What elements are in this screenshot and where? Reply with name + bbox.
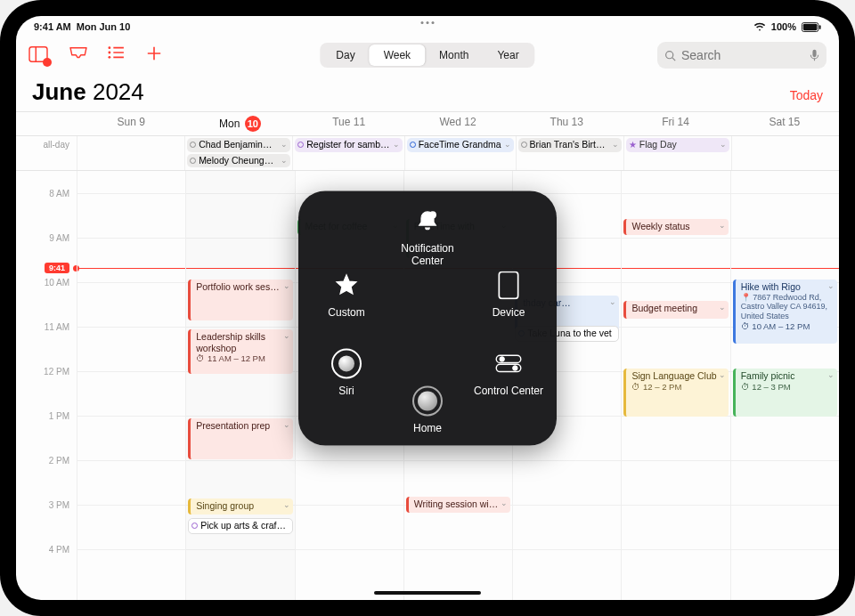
allday-cell[interactable]: [731, 136, 839, 170]
allday-event[interactable]: Brian Tran's Birt…⌄: [518, 138, 622, 152]
day-header-tue[interactable]: Tue 11: [295, 112, 403, 135]
star-icon: ★: [629, 139, 637, 150]
add-icon[interactable]: [146, 45, 166, 65]
hour-label: 3 PM: [49, 500, 69, 510]
svg-rect-15: [812, 49, 816, 56]
now-time-badge: 9:41: [45, 263, 69, 273]
mic-icon[interactable]: [810, 49, 819, 62]
at-control-center[interactable]: Control Center: [473, 345, 544, 397]
allday-event[interactable]: FaceTime Grandma⌄: [407, 138, 514, 152]
day-header-sat[interactable]: Sat 15: [730, 112, 839, 135]
chevron-down-icon: ⌄: [283, 331, 290, 341]
svg-line-14: [672, 57, 675, 60]
status-time: 9:41 AM: [34, 21, 71, 32]
today-dot: 10: [245, 116, 261, 132]
view-week[interactable]: Week: [370, 45, 425, 66]
toolbar: Day Week Month Year: [16, 36, 839, 75]
event-chip[interactable]: Pick up arts & craf…: [188, 518, 292, 534]
device-icon: [491, 267, 526, 303]
at-home[interactable]: Home: [392, 383, 463, 434]
calendar-event[interactable]: ⌄Writing session wi…: [406, 497, 510, 513]
allday-cell[interactable]: FaceTime Grandma⌄: [404, 136, 516, 170]
allday-row: all-day Chad Benjamin…⌄Melody Cheung…⌄Re…: [16, 135, 839, 171]
chevron-down-icon: ⌄: [719, 370, 726, 380]
chevron-down-icon: ⌄: [827, 370, 835, 380]
screen: 9:41 AM Mon Jun 10 100%: [16, 16, 839, 600]
wifi-icon: [753, 22, 766, 32]
calendar-event[interactable]: ⌄Portfolio work ses…: [188, 280, 292, 320]
search-field[interactable]: [657, 42, 826, 69]
allday-cell[interactable]: Chad Benjamin…⌄Melody Cheung…⌄: [184, 136, 292, 170]
calendar-event[interactable]: ⌄Budget meeting: [623, 301, 728, 319]
allday-cell[interactable]: Register for samb…⌄: [292, 136, 403, 170]
calendar-event[interactable]: ⌄Presentation prep: [188, 418, 292, 459]
ipad-bezel: 9:41 AM Mon Jun 10 100%: [0, 0, 855, 616]
chevron-down-icon: ⌄: [283, 420, 290, 430]
title-month: June: [32, 78, 86, 105]
day-header-fri[interactable]: Fri 14: [621, 112, 729, 135]
svg-point-21: [513, 366, 518, 371]
hour-label: 8 AM: [49, 189, 69, 199]
calendar-event[interactable]: ⌄Weekly status: [623, 219, 728, 235]
month-year-title: June 2024: [32, 78, 144, 106]
chevron-down-icon: ⌄: [827, 281, 835, 291]
hour-label: 12 PM: [44, 367, 69, 377]
calendar-sidebar-icon[interactable]: [28, 45, 48, 65]
view-year[interactable]: Year: [483, 45, 533, 66]
allday-label: all-day: [16, 140, 77, 150]
today-button[interactable]: Today: [790, 88, 823, 102]
status-date: Mon Jun 10: [77, 21, 131, 32]
svg-rect-1: [803, 23, 818, 29]
at-notification-center[interactable]: Notification Center: [392, 203, 463, 267]
home-icon: [410, 383, 445, 418]
allday-cell[interactable]: [77, 136, 184, 170]
calendar-event[interactable]: ⌄Hike with Rigo📍 7867 Redwood Rd, Castro…: [733, 280, 837, 344]
at-device[interactable]: Device: [473, 267, 544, 319]
chevron-down-icon: ⌄: [283, 281, 290, 291]
day-header-sun[interactable]: Sun 9: [77, 112, 185, 135]
hour-label: 11 AM: [45, 322, 69, 332]
star-icon: [329, 267, 364, 303]
allday-event[interactable]: Register for samb…⌄: [295, 138, 402, 152]
allday-cell[interactable]: Brian Tran's Birt…⌄: [516, 136, 623, 170]
svg-point-19: [500, 357, 505, 362]
home-indicator[interactable]: [374, 591, 481, 595]
status-bar: 9:41 AM Mon Jun 10 100%: [16, 18, 839, 36]
view-day[interactable]: Day: [322, 45, 369, 66]
chevron-down-icon: ⌄: [719, 303, 726, 312]
allday-event[interactable]: ★Flag Day⌄: [626, 138, 729, 152]
allday-cell[interactable]: ★Flag Day⌄: [623, 136, 731, 170]
chevron-down-icon: ⌄: [501, 498, 508, 508]
day-header-mon[interactable]: Mon 10: [185, 112, 294, 135]
hour-label: 10 AM: [45, 278, 69, 288]
calendar-event[interactable]: ⌄Leadership skills workshop⏱ 11 AM – 12 …: [188, 329, 292, 374]
battery-icon: [802, 22, 821, 32]
at-siri[interactable]: Siri: [311, 345, 382, 397]
day-header-wed[interactable]: Wed 12: [403, 112, 512, 135]
calendar-event[interactable]: ⌄Family picnic⏱ 12 – 3 PM: [733, 369, 837, 417]
hour-label: 9 AM: [49, 233, 69, 243]
svg-rect-17: [499, 272, 517, 299]
hour-label: 4 PM: [49, 545, 69, 555]
svg-point-13: [666, 51, 673, 58]
svg-point-7: [108, 56, 110, 59]
list-icon[interactable]: [107, 45, 126, 65]
hour-label: 1 PM: [49, 411, 69, 421]
view-segmented[interactable]: Day Week Month Year: [320, 43, 534, 68]
search-icon: [664, 50, 676, 61]
allday-event[interactable]: Chad Benjamin…⌄: [187, 138, 290, 152]
day-header-thu[interactable]: Thu 13: [512, 112, 621, 135]
search-input[interactable]: [681, 48, 804, 62]
title-row: June 2024 Today: [16, 75, 839, 111]
svg-rect-2: [819, 25, 821, 29]
view-month[interactable]: Month: [425, 45, 483, 66]
allday-event[interactable]: Melody Cheung…⌄: [187, 154, 290, 168]
calendar-event[interactable]: ⌄Sign Language Club⏱ 12 – 2 PM: [623, 369, 728, 417]
calendar-event[interactable]: ⌄Singing group: [188, 498, 292, 515]
inbox-icon[interactable]: [68, 45, 87, 65]
assistive-touch-menu[interactable]: Notification Center Custom Device Siri: [298, 190, 557, 445]
multitask-dots[interactable]: [421, 21, 435, 24]
at-custom[interactable]: Custom: [311, 267, 382, 319]
day-headers: Sun 9 Mon 10 Tue 11 Wed 12 Thu 13 Fri 14…: [77, 112, 839, 135]
bell-icon: [410, 203, 445, 239]
